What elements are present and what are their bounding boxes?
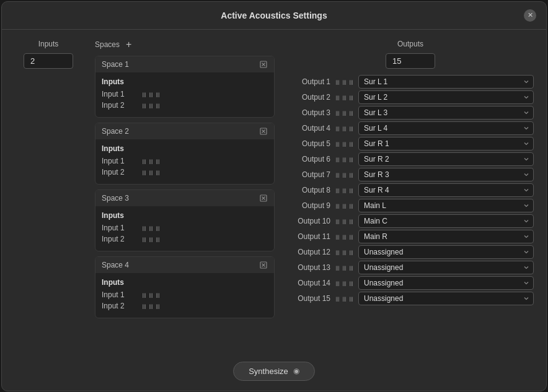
output-15-select[interactable]: UnassignedSur L 1Sur L 2Sur L 3Sur L 4Su…	[358, 292, 534, 305]
space-title-3: Space 3	[102, 194, 129, 203]
inputs-label: Inputs	[38, 40, 59, 48]
output-1-label: Output 1	[287, 77, 330, 86]
output-2-select[interactable]: UnassignedSur L 1Sur L 2Sur L 3Sur L 4Su…	[358, 90, 534, 104]
space-4-input-1-name: Input 1	[102, 290, 136, 299]
spaces-label: Spaces	[95, 40, 120, 49]
space-card-header-2: Space 2	[95, 123, 274, 139]
space-inputs-label-2: Inputs	[102, 144, 268, 153]
table-row: Output 11⫼⫼⫼UnassignedSur L 1Sur L 2Sur …	[287, 230, 534, 243]
output-8-label: Output 8	[287, 186, 330, 194]
table-row: Output 13⫼⫼⫼UnassignedSur L 1Sur L 2Sur …	[287, 261, 534, 274]
delete-space-1-button[interactable]	[259, 60, 268, 69]
space-card-body-2: InputsInput 1⫼⫼⫼Input 2⫼⫼⫼	[95, 139, 274, 184]
table-row: Output 7⫼⫼⫼UnassignedSur L 1Sur L 2Sur L…	[287, 168, 534, 181]
space-card-header-4: Space 4	[95, 257, 274, 273]
space-1-input-1-name: Input 1	[102, 90, 136, 98]
output-mixer-icon: ⫼⫼⫼	[334, 155, 355, 163]
space-inputs-label-3: Inputs	[102, 211, 268, 220]
output-11-select[interactable]: UnassignedSur L 1Sur L 2Sur L 3Sur L 4Su…	[358, 230, 534, 243]
synthesize-label: Synthesize	[249, 367, 288, 376]
output-14-label: Output 14	[287, 279, 330, 287]
mixer-icon: ⫼⫼⫼	[141, 291, 161, 298]
output-4-label: Output 4	[287, 124, 330, 133]
output-mixer-icon: ⫼⫼⫼	[334, 217, 355, 225]
outputs-label: Outputs	[397, 40, 423, 48]
synthesize-button[interactable]: Synthesize ◉	[233, 362, 315, 381]
list-item: Input 1⫼⫼⫼	[102, 222, 268, 233]
output-11-label: Output 11	[287, 232, 330, 241]
space-3-input-1-name: Input 1	[102, 224, 136, 232]
table-row: Output 8⫼⫼⫼UnassignedSur L 1Sur L 2Sur L…	[287, 183, 534, 197]
output-mixer-icon: ⫼⫼⫼	[334, 124, 355, 132]
inputs-section: Inputs	[14, 40, 82, 346]
space-3-input-2-name: Input 2	[102, 235, 136, 243]
dialog-footer: Synthesize ◉	[2, 355, 546, 391]
list-item: Input 2⫼⫼⫼	[102, 233, 268, 245]
output-mixer-icon: ⫼⫼⫼	[334, 109, 355, 116]
output-10-select[interactable]: UnassignedSur L 1Sur L 2Sur L 3Sur L 4Su…	[358, 214, 534, 228]
space-title-1: Space 1	[102, 60, 129, 69]
inputs-count-input[interactable]	[24, 53, 73, 69]
output-7-select[interactable]: UnassignedSur L 1Sur L 2Sur L 3Sur L 4Su…	[358, 168, 534, 181]
delete-space-3-button[interactable]	[259, 194, 268, 203]
space-card-header-1: Space 1	[95, 56, 274, 72]
space-card-body-3: InputsInput 1⫼⫼⫼Input 2⫼⫼⫼	[95, 206, 274, 251]
output-9-select[interactable]: UnassignedSur L 1Sur L 2Sur L 3Sur L 4Su…	[358, 199, 534, 212]
output-6-label: Output 6	[287, 155, 330, 163]
output-3-select[interactable]: UnassignedSur L 1Sur L 2Sur L 3Sur L 4Su…	[358, 106, 534, 120]
output-4-select[interactable]: UnassignedSur L 1Sur L 2Sur L 3Sur L 4Su…	[358, 121, 534, 135]
active-acoustics-dialog: Active Acoustics Settings ✕ Inputs Space…	[1, 1, 547, 391]
table-row: Output 10⫼⫼⫼UnassignedSur L 1Sur L 2Sur …	[287, 214, 534, 228]
mixer-icon: ⫼⫼⫼	[141, 168, 161, 176]
add-space-button[interactable]: +	[125, 40, 133, 50]
space-title-4: Space 4	[102, 261, 129, 269]
list-item: Input 2⫼⫼⫼	[102, 100, 268, 111]
outputs-header: Outputs	[287, 40, 534, 69]
output-mixer-icon: ⫼⫼⫼	[334, 78, 355, 85]
space-card-header-3: Space 3	[95, 190, 274, 206]
mixer-icon: ⫼⫼⫼	[141, 157, 161, 165]
dialog-title: Active Acoustics Settings	[221, 11, 327, 20]
space-card-2: Space 2InputsInput 1⫼⫼⫼Input 2⫼⫼⫼	[95, 123, 275, 185]
output-10-label: Output 10	[287, 217, 330, 225]
space-card-body-4: InputsInput 1⫼⫼⫼Input 2⫼⫼⫼	[95, 273, 274, 318]
space-4-input-2-name: Input 2	[102, 302, 136, 310]
mixer-icon: ⫼⫼⫼	[141, 302, 161, 310]
list-item: Input 1⫼⫼⫼	[102, 289, 268, 300]
output-5-select[interactable]: UnassignedSur L 1Sur L 2Sur L 3Sur L 4Su…	[358, 137, 534, 150]
space-card-body-1: InputsInput 1⫼⫼⫼Input 2⫼⫼⫼	[95, 72, 274, 117]
delete-space-2-button[interactable]	[259, 127, 268, 136]
list-item: Input 2⫼⫼⫼	[102, 300, 268, 311]
spaces-list: Space 1InputsInput 1⫼⫼⫼Input 2⫼⫼⫼Space 2…	[95, 56, 275, 346]
output-13-select[interactable]: UnassignedSur L 1Sur L 2Sur L 3Sur L 4Su…	[358, 261, 534, 274]
output-13-label: Output 13	[287, 263, 330, 272]
output-12-label: Output 12	[287, 248, 330, 256]
output-mixer-icon: ⫼⫼⫼	[334, 264, 355, 271]
output-6-select[interactable]: UnassignedSur L 1Sur L 2Sur L 3Sur L 4Su…	[358, 152, 534, 166]
space-2-input-1-name: Input 1	[102, 157, 136, 165]
table-row: Output 9⫼⫼⫼UnassignedSur L 1Sur L 2Sur L…	[287, 199, 534, 212]
output-mixer-icon: ⫼⫼⫼	[334, 140, 355, 147]
output-mixer-icon: ⫼⫼⫼	[334, 171, 355, 178]
output-mixer-icon: ⫼⫼⫼	[334, 186, 355, 194]
output-5-label: Output 5	[287, 139, 330, 148]
output-1-select[interactable]: UnassignedSur L 1Sur L 2Sur L 3Sur L 4Su…	[358, 75, 534, 89]
output-mixer-icon: ⫼⫼⫼	[334, 94, 355, 101]
output-7-label: Output 7	[287, 170, 330, 179]
list-item: Input 1⫼⫼⫼	[102, 155, 268, 167]
delete-space-4-button[interactable]	[259, 261, 268, 269]
output-15-label: Output 15	[287, 294, 330, 303]
close-button[interactable]: ✕	[524, 9, 536, 22]
outputs-count-input[interactable]	[386, 53, 435, 69]
output-mixer-icon: ⫼⫼⫼	[334, 202, 355, 209]
table-row: Output 15⫼⫼⫼UnassignedSur L 1Sur L 2Sur …	[287, 292, 534, 305]
output-8-select[interactable]: UnassignedSur L 1Sur L 2Sur L 3Sur L 4Su…	[358, 183, 534, 197]
list-item: Input 2⫼⫼⫼	[102, 167, 268, 178]
table-row: Output 14⫼⫼⫼UnassignedSur L 1Sur L 2Sur …	[287, 276, 534, 290]
output-mixer-icon: ⫼⫼⫼	[334, 279, 355, 287]
output-mixer-icon: ⫼⫼⫼	[334, 248, 355, 256]
output-14-select[interactable]: UnassignedSur L 1Sur L 2Sur L 3Sur L 4Su…	[358, 276, 534, 290]
output-3-label: Output 3	[287, 108, 330, 117]
output-12-select[interactable]: UnassignedSur L 1Sur L 2Sur L 3Sur L 4Su…	[358, 245, 534, 259]
mixer-icon: ⫼⫼⫼	[141, 235, 161, 243]
